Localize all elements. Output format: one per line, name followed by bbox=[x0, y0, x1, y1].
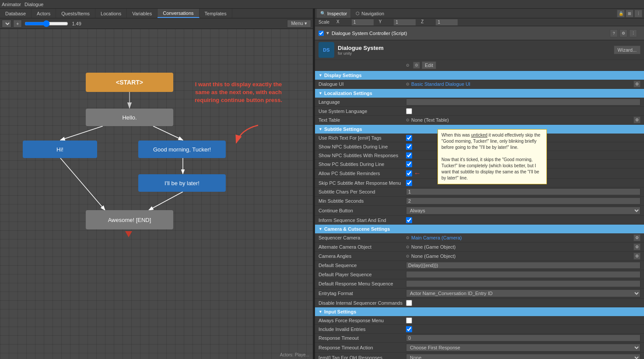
default-sequence-label: Default Sequence bbox=[318, 263, 406, 268]
input-section-label: Input Settings bbox=[324, 309, 356, 314]
sequencer-camera-gear[interactable]: ⚙ bbox=[634, 234, 640, 241]
node-awesome[interactable]: Awesome! [END] bbox=[86, 210, 173, 229]
entrytag-format-select[interactable]: Actor Name_Conversation ID_Entry ID bbox=[406, 289, 640, 297]
tooltip-box: When this was unticked it would effectiv… bbox=[438, 129, 547, 184]
scale-y-input[interactable] bbox=[394, 19, 416, 25]
toolbar: + 1.49 Menu ▾ bbox=[0, 18, 313, 29]
lock-icon-btn[interactable]: 🔒 bbox=[617, 10, 625, 18]
edit-icon-btn[interactable]: ⚙ bbox=[620, 29, 627, 37]
more-icon-btn[interactable]: ⋮ bbox=[634, 10, 642, 18]
canvas-bottom-label: Actors: Playe... bbox=[280, 352, 309, 357]
display-toggle-icon: ▼ bbox=[318, 73, 322, 77]
info-icon-btn[interactable]: ? bbox=[610, 29, 618, 37]
force-response-menu-checkbox[interactable] bbox=[406, 317, 412, 324]
dialogue-ui-gear[interactable]: ⚙ bbox=[634, 81, 640, 88]
include-invalid-entries-checkbox[interactable] bbox=[406, 326, 412, 332]
subtitle-check-2[interactable] bbox=[406, 152, 412, 158]
section-display[interactable]: ▼ Display Settings bbox=[315, 71, 644, 80]
toolbar-select[interactable] bbox=[2, 20, 11, 28]
tab-conversations[interactable]: Conversations bbox=[158, 9, 199, 18]
db-gear-btn[interactable]: ⚙ bbox=[413, 62, 420, 69]
node-hi[interactable]: Hi! bbox=[23, 141, 97, 158]
tab-actors[interactable]: Actors bbox=[32, 9, 56, 18]
tab-navigation[interactable]: ⬡ Navigation bbox=[352, 9, 388, 18]
zoom-slider[interactable] bbox=[24, 20, 68, 27]
subtitle-check-5[interactable] bbox=[406, 180, 412, 186]
inform-sequence-checkbox[interactable] bbox=[406, 217, 412, 223]
scale-x-input[interactable] bbox=[352, 19, 374, 25]
navigation-icon: ⬡ bbox=[356, 11, 360, 16]
node-good-morning[interactable]: Good morning, Tucker! bbox=[138, 141, 226, 158]
wizard-button[interactable]: Wizard... bbox=[614, 46, 640, 54]
alt-camera-gear[interactable]: ⚙ bbox=[634, 243, 640, 250]
node-later[interactable]: I'll be by later! bbox=[138, 174, 226, 192]
camera-angles-row: Camera Angles ⊙ None (Game Object) ⚙ bbox=[315, 252, 644, 261]
chars-per-second-input[interactable] bbox=[406, 188, 640, 195]
section-input[interactable]: ▼ Input Settings bbox=[315, 307, 644, 316]
section-camera[interactable]: ▼ Camera & Cutscene Settings bbox=[315, 225, 644, 233]
canvas-area[interactable]: <START> Hello. Hi! Good morning, Tucker!… bbox=[0, 29, 313, 359]
language-input[interactable] bbox=[406, 99, 640, 106]
layout-icon-btn[interactable]: ⊞ bbox=[626, 10, 634, 18]
tab-inspector[interactable]: 🔍 Inspector bbox=[317, 9, 350, 18]
subtitle-check-3[interactable] bbox=[406, 161, 412, 167]
logo-title: Dialogue System bbox=[338, 45, 384, 51]
response-timeout-input[interactable] bbox=[406, 334, 640, 341]
tab-locations[interactable]: Locations bbox=[95, 9, 127, 18]
subtitle-label-0: Use Rich Text For [em#] Tags bbox=[318, 135, 406, 141]
sequencer-camera-label: Sequencer Camera bbox=[318, 235, 406, 240]
menu-button[interactable]: Menu ▾ bbox=[287, 20, 311, 28]
alt-camera-icon: ⊙ bbox=[406, 245, 410, 249]
right-panel: 🔍 Inspector ⬡ Navigation 🔒 ⊞ ⋮ Scale X Y… bbox=[315, 9, 644, 359]
animator-label: Animator bbox=[2, 2, 21, 7]
db-edit-btn[interactable]: Edit bbox=[422, 61, 436, 69]
dialogue-ui-row: Dialogue UI ⊙ Basic Standard Dialogue UI… bbox=[315, 80, 644, 89]
camera-section-label: Camera & Cutscene Settings bbox=[324, 226, 390, 232]
dialogue-ui-value[interactable]: Basic Standard Dialogue UI bbox=[411, 81, 633, 87]
default-sequence-input[interactable] bbox=[406, 262, 640, 269]
disable-sequencer-checkbox[interactable] bbox=[406, 300, 412, 306]
tab-variables[interactable]: Variables bbox=[127, 9, 158, 18]
node-hello[interactable]: Hello. bbox=[86, 109, 173, 126]
text-table-value: None (Text Table) bbox=[411, 117, 633, 123]
min-subtitle-seconds-input[interactable] bbox=[406, 197, 640, 204]
tab-quests[interactable]: Quests/Items bbox=[56, 9, 95, 18]
component-title: Dialogue System Controller (Script) bbox=[332, 31, 610, 36]
input-toggle-icon: ▼ bbox=[318, 310, 322, 314]
subtitle-check-1[interactable] bbox=[406, 144, 412, 150]
language-row: Language bbox=[315, 98, 644, 107]
continue-button-select[interactable]: Always Never Optional bbox=[406, 207, 640, 215]
scale-xyz: X Y Z bbox=[336, 19, 458, 25]
text-table-gear[interactable]: ⚙ bbox=[634, 116, 640, 123]
default-player-sequence-input[interactable] bbox=[406, 271, 640, 278]
use-system-language-checkbox[interactable] bbox=[406, 108, 412, 114]
logo-row: DS Dialogue System for unity Wizard... bbox=[315, 40, 644, 60]
response-timeout-action-select[interactable]: Choose First Response bbox=[406, 344, 640, 352]
end-marker bbox=[125, 231, 132, 237]
em-old-responses-row: [em#] Tag For Old Responses None bbox=[315, 353, 644, 359]
component-enable-checkbox[interactable] bbox=[318, 31, 324, 36]
text-table-value-area: ⊙ None (Text Table) ⚙ bbox=[406, 116, 640, 123]
tab-database[interactable]: Database bbox=[0, 9, 32, 18]
subtitle-check-0[interactable] bbox=[406, 135, 412, 141]
min-subtitle-seconds-row: Min Subtitle Seconds bbox=[315, 197, 644, 206]
camera-angles-gear[interactable]: ⚙ bbox=[634, 253, 640, 260]
subtitle-label-2: Show NPC Subtitles With Responses bbox=[318, 153, 406, 158]
tooltip-underline: unticked bbox=[471, 133, 487, 137]
tab-templates[interactable]: Templates bbox=[200, 9, 232, 18]
logo-icon: DS bbox=[318, 42, 334, 58]
default-response-menu-sequence-input[interactable] bbox=[406, 280, 640, 287]
node-start[interactable]: <START> bbox=[86, 73, 173, 92]
more-options-btn[interactable]: ⋮ bbox=[629, 29, 637, 37]
language-label: Language bbox=[318, 99, 406, 105]
section-localization[interactable]: ▼ Localization Settings bbox=[315, 89, 644, 98]
add-button[interactable]: + bbox=[13, 20, 22, 28]
em-old-responses-select[interactable]: None bbox=[406, 354, 640, 359]
default-player-sequence-row: Default Player Sequence bbox=[315, 270, 644, 279]
scale-z-input[interactable] bbox=[436, 19, 458, 25]
disable-sequencer-row: Disable Internal Sequencer Commands bbox=[315, 299, 644, 307]
svg-line-4 bbox=[153, 126, 183, 140]
subtitle-toggle-icon: ▼ bbox=[318, 127, 322, 131]
alt-camera-row: Alternate Camera Object ⊙ None (Game Obj… bbox=[315, 243, 644, 252]
subtitle-check-4[interactable] bbox=[406, 170, 412, 176]
